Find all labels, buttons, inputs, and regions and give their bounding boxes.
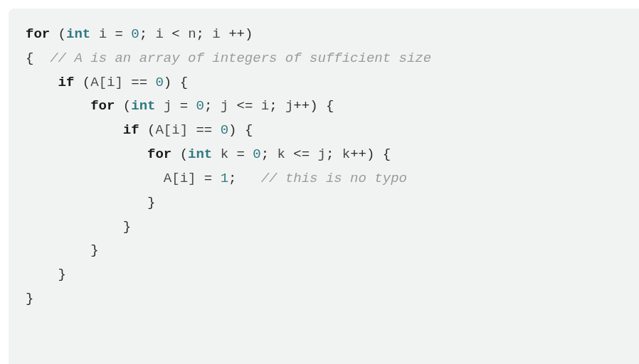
type-int: int bbox=[188, 146, 212, 162]
code-line-11: } bbox=[26, 263, 630, 287]
code-line-3: if (A[i] == 0) { bbox=[26, 71, 630, 95]
keyword-for: for bbox=[147, 146, 171, 162]
code-line-9: } bbox=[26, 215, 630, 240]
code-line-4: for (int j = 0; j <= i; j++) { bbox=[26, 95, 630, 119]
type-int: int bbox=[131, 98, 155, 114]
keyword-if: if bbox=[123, 122, 139, 138]
code-line-5: if (A[i] == 0) { bbox=[26, 119, 630, 143]
code-line-6: for (int k = 0; k <= j; k++) { bbox=[26, 143, 630, 167]
type-int: int bbox=[66, 26, 90, 42]
code-block: for (int i = 0; i < n; i ++) { // A is a… bbox=[9, 9, 639, 364]
keyword-for: for bbox=[26, 26, 50, 42]
code-line-10: } bbox=[26, 239, 630, 263]
code-line-8: } bbox=[26, 191, 630, 215]
keyword-if: if bbox=[58, 75, 75, 90]
comment: // A is an array of integers of sufficie… bbox=[50, 50, 431, 66]
code-line-7: A[i] = 1; // this is no typo bbox=[26, 167, 630, 191]
comment: // this is no typo bbox=[261, 171, 407, 186]
code-line-1: for (int i = 0; i < n; i ++) bbox=[26, 23, 630, 47]
code-line-12: } bbox=[26, 287, 630, 311]
code-line-2: { // A is an array of integers of suffic… bbox=[26, 47, 630, 71]
keyword-for: for bbox=[90, 98, 115, 114]
